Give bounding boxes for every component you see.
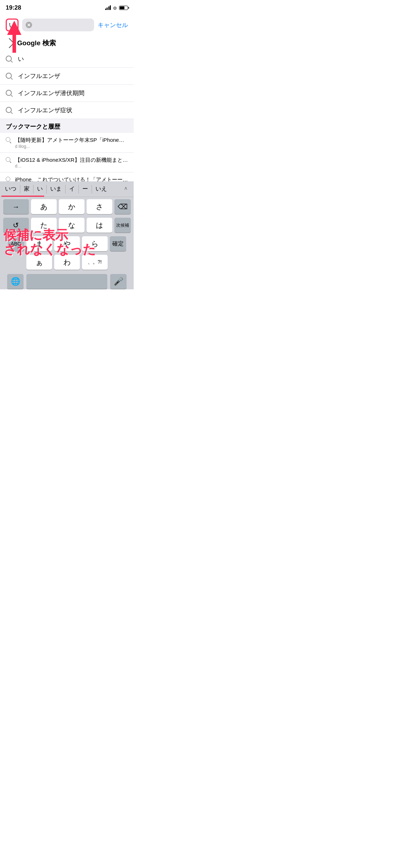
status-bar: 19:28 ⊜ bbox=[0, 0, 134, 16]
wifi-icon: ⊜ bbox=[113, 5, 117, 11]
google-search-label: Google 検索 bbox=[17, 38, 56, 48]
arrow-up-icon bbox=[7, 21, 21, 35]
bookmark-content-1: 【随時更新】アメトーーク年末SP「iPhone… d lilog... bbox=[15, 136, 128, 149]
pred-word-2[interactable]: い bbox=[34, 183, 46, 195]
red-underline bbox=[1, 196, 44, 197]
key-arrow[interactable]: → bbox=[3, 199, 29, 214]
bookmark-item-1[interactable]: 【随時更新】アメトーーク年末SP「iPhone… d lilog... bbox=[0, 133, 134, 153]
pred-word-6[interactable]: いえ bbox=[92, 183, 110, 195]
bookmarks-section-header: ブックマークと履歴 bbox=[0, 119, 134, 133]
pred-word-1[interactable]: 家 bbox=[20, 183, 33, 195]
suggestion-item-4[interactable]: インフルエンザ症状 bbox=[0, 102, 134, 119]
suggestion-item-2[interactable]: インフルエンザ bbox=[0, 68, 134, 85]
pred-word-4[interactable]: イ bbox=[66, 183, 78, 195]
overlay-annotation: 候補に表示 されなくなった bbox=[4, 228, 96, 256]
key-punct[interactable]: 、。?! bbox=[82, 255, 108, 270]
annotation-line2: されなくなった bbox=[4, 242, 96, 257]
keyboard-bottom-bar: 🌐 🎤 bbox=[0, 271, 134, 283]
key-wa[interactable]: わ bbox=[54, 255, 80, 270]
key-small-a[interactable]: ぁ bbox=[26, 255, 52, 270]
battery-icon bbox=[119, 6, 128, 10]
predictive-bar: いつ 家 い いま イ ー いえ ＾ bbox=[0, 181, 134, 197]
status-time: 19:28 bbox=[6, 4, 21, 11]
key-ka[interactable]: か bbox=[59, 199, 84, 214]
suggestion-item-1[interactable]: い bbox=[0, 51, 134, 68]
globe-key[interactable]: 🌐 bbox=[7, 274, 24, 289]
suggestion-item-3[interactable]: インフルエンザ潜伏期間 bbox=[0, 85, 134, 102]
key-row-3b: ぁ わ 、。?! bbox=[1, 255, 133, 270]
bookmark-url: d lilog... bbox=[15, 144, 128, 149]
search-input-wrapper[interactable] bbox=[22, 19, 94, 31]
bookmark-icon bbox=[6, 137, 11, 143]
pred-word-3[interactable]: いま bbox=[47, 183, 65, 195]
pred-word-0[interactable]: いつ bbox=[1, 183, 20, 195]
pred-word-5[interactable]: ー bbox=[79, 183, 92, 195]
bookmark-icon bbox=[6, 157, 11, 163]
annotation-line1: 候補に表示 bbox=[4, 228, 96, 242]
status-icons: ⊜ bbox=[105, 5, 128, 11]
key-sa[interactable]: さ bbox=[87, 199, 112, 214]
signal-icon bbox=[105, 6, 111, 10]
microphone-key[interactable]: 🎤 bbox=[110, 274, 127, 289]
predictive-expand-button[interactable]: ＾ bbox=[119, 183, 132, 196]
suggestion-text: い bbox=[18, 55, 24, 63]
bookmark-item-2[interactable]: 【iOS12 & iPhoneXS/XR】注目の新機能まと… d… bbox=[0, 153, 134, 173]
bookmark-title: 【随時更新】アメトーーク年末SP「iPhone… bbox=[15, 136, 128, 144]
space-key[interactable] bbox=[26, 274, 107, 289]
search-icon bbox=[6, 90, 13, 97]
predictive-words: いつ 家 い いま イ ー いえ bbox=[1, 183, 119, 195]
search-icon bbox=[6, 73, 13, 80]
search-icon bbox=[6, 107, 13, 114]
key-confirm[interactable]: 確定 bbox=[110, 236, 126, 251]
bookmark-url: d… bbox=[15, 164, 128, 169]
arrow-annotation bbox=[7, 21, 21, 53]
bookmark-content-2: 【iOS12 & iPhoneXS/XR】注目の新機能まと… d… bbox=[15, 156, 128, 169]
suggestion-text: インフルエンザ bbox=[18, 72, 60, 80]
key-a[interactable]: あ bbox=[31, 199, 57, 214]
key-next-candidate[interactable]: 次候補 bbox=[114, 218, 131, 233]
section-header-text: ブックマークと履歴 bbox=[6, 123, 60, 130]
cancel-button[interactable]: キャンセル bbox=[98, 21, 128, 29]
suggestion-text: インフルエンザ症状 bbox=[18, 106, 72, 114]
bookmark-title: 【iOS12 & iPhoneXS/XR】注目の新機能まと… bbox=[15, 156, 128, 164]
search-icon bbox=[6, 56, 13, 63]
key-backspace[interactable]: ⌫ bbox=[114, 199, 131, 214]
arrow-stem bbox=[12, 35, 16, 53]
clear-button[interactable] bbox=[26, 22, 32, 28]
key-row-1: → あ か さ ⌫ bbox=[1, 199, 133, 214]
suggestion-text: インフルエンザ潜伏期間 bbox=[18, 89, 84, 97]
